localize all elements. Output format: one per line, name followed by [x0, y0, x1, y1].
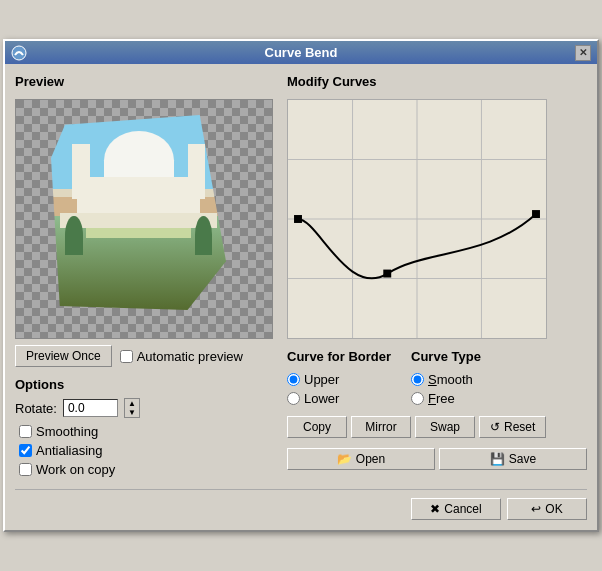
reset-button[interactable]: ↺ Reset — [479, 416, 546, 438]
curve-editor[interactable] — [287, 99, 547, 339]
curve-options-section: Curve for Border Upper Lower Curve Type — [287, 349, 587, 406]
antialiasing-option[interactable]: Antialiasing — [19, 443, 275, 458]
mirror-button[interactable]: Mirror — [351, 416, 411, 438]
smoothing-checkbox[interactable] — [19, 425, 32, 438]
preview-controls: Preview Once Automatic preview — [15, 345, 275, 367]
copy-button[interactable]: Copy — [287, 416, 347, 438]
file-action-buttons: 📂 Open 💾 Save — [287, 448, 587, 470]
ok-icon: ↩ — [531, 502, 541, 516]
work-on-copy-checkbox[interactable] — [19, 463, 32, 476]
save-button[interactable]: 💾 Save — [439, 448, 587, 470]
free-radio[interactable] — [411, 392, 424, 405]
upper-radio[interactable] — [287, 373, 300, 386]
svg-rect-7 — [294, 215, 302, 223]
smoothing-option[interactable]: Smoothing — [19, 424, 275, 439]
free-label: Free — [428, 391, 455, 406]
cancel-icon: ✖ — [430, 502, 440, 516]
bottom-buttons: ✖ Cancel ↩ OK — [15, 489, 587, 520]
reset-icon: ↺ — [490, 420, 500, 434]
ok-button[interactable]: ↩ OK — [507, 498, 587, 520]
auto-preview-checkbox[interactable] — [120, 350, 133, 363]
svg-rect-8 — [383, 270, 391, 278]
rotate-up-button[interactable]: ▲ — [125, 399, 139, 408]
open-icon: 📂 — [337, 452, 352, 466]
antialiasing-checkbox[interactable] — [19, 444, 32, 457]
smooth-label: Smooth — [428, 372, 473, 387]
smooth-option[interactable]: Smooth — [411, 372, 481, 387]
curve-for-border-title: Curve for Border — [287, 349, 391, 364]
auto-preview-label[interactable]: Automatic preview — [120, 349, 243, 364]
options-title: Options — [15, 377, 275, 392]
cancel-button[interactable]: ✖ Cancel — [411, 498, 501, 520]
curve-bend-dialog: Curve Bend ✕ Preview — [3, 39, 599, 532]
lower-radio[interactable] — [287, 392, 300, 405]
rotate-input[interactable] — [63, 399, 118, 417]
save-icon: 💾 — [490, 452, 505, 466]
svg-rect-9 — [532, 210, 540, 218]
smooth-radio[interactable] — [411, 373, 424, 386]
free-option[interactable]: Free — [411, 391, 481, 406]
rotate-label: Rotate: — [15, 401, 57, 416]
open-button[interactable]: 📂 Open — [287, 448, 435, 470]
app-icon — [11, 45, 27, 61]
upper-option[interactable]: Upper — [287, 372, 391, 387]
preview-canvas — [15, 99, 273, 339]
lower-option[interactable]: Lower — [287, 391, 391, 406]
preview-title: Preview — [15, 74, 275, 89]
curve-svg — [288, 100, 546, 338]
swap-button[interactable]: Swap — [415, 416, 475, 438]
rotate-down-button[interactable]: ▼ — [125, 408, 139, 417]
rotate-spinner[interactable]: ▲ ▼ — [124, 398, 140, 418]
preview-once-button[interactable]: Preview Once — [15, 345, 112, 367]
window-title: Curve Bend — [265, 45, 338, 60]
work-on-copy-option[interactable]: Work on copy — [19, 462, 275, 477]
curve-type-title: Curve Type — [411, 349, 481, 364]
curve-action-buttons: Copy Mirror Swap ↺ Reset — [287, 416, 587, 438]
titlebar: Curve Bend ✕ — [5, 41, 597, 64]
modify-curves-title: Modify Curves — [287, 74, 587, 89]
close-button[interactable]: ✕ — [575, 45, 591, 61]
